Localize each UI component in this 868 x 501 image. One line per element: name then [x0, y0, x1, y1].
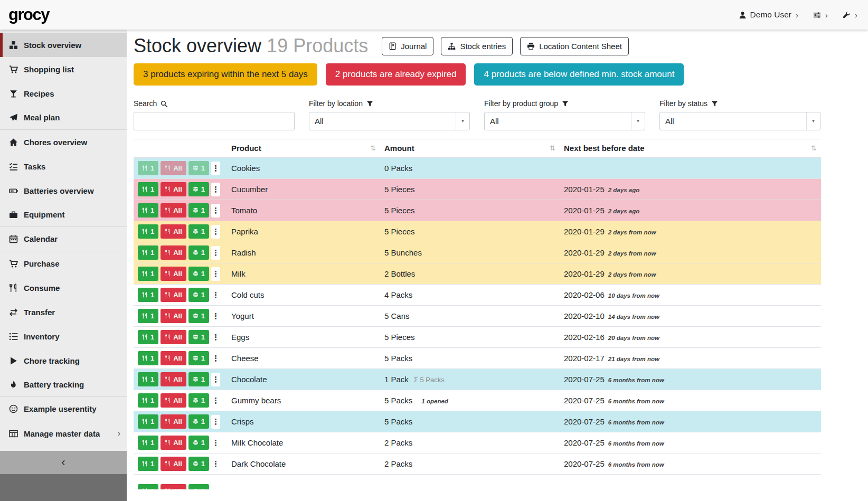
sidebar-item-equipment[interactable]: Equipment	[0, 203, 127, 227]
consume-one-button[interactable]: 1	[138, 436, 158, 450]
consume-all-button[interactable]: All	[161, 436, 186, 450]
product-group-filter-select[interactable]: All▼	[484, 112, 645, 130]
journal-button[interactable]: Journal	[382, 37, 433, 55]
consume-one-button[interactable]: 1	[138, 393, 158, 408]
consume-one-button[interactable]: 1	[138, 457, 158, 471]
row-menu-button[interactable]: ⋮	[211, 183, 220, 196]
row-menu-button[interactable]: ⋮	[211, 436, 220, 450]
sort-icon[interactable]: ⇅	[370, 144, 376, 152]
row-menu-button[interactable]: ⋮	[211, 288, 220, 302]
consume-all-button[interactable]: All	[161, 309, 186, 323]
consume-one-button[interactable]: 1	[138, 309, 158, 323]
column-header-amount[interactable]: Amount⇅	[380, 139, 560, 158]
open-one-button[interactable]: 1	[188, 372, 209, 386]
consume-all-button[interactable]: All	[161, 457, 186, 471]
consume-all-button[interactable]: All	[161, 393, 186, 408]
consume-one-button[interactable]: 1	[138, 161, 158, 175]
sidebar-item-calendar[interactable]: Calendar	[0, 227, 127, 251]
status-filter-select[interactable]: All▼	[659, 112, 820, 130]
sidebar-item-shopping-list[interactable]: Shopping list	[0, 57, 127, 81]
open-one-button[interactable]: 1	[188, 330, 209, 344]
sidebar-item-batteries-overview[interactable]: Batteries overview	[0, 178, 127, 203]
user-menu[interactable]: Demo User ›	[739, 10, 798, 20]
sidebar-item-consume[interactable]: Consume	[0, 276, 127, 300]
sidebar-item-battery-tracking[interactable]: Battery tracking	[0, 373, 127, 397]
consume-one-button[interactable]: 1	[138, 245, 158, 260]
sidebar-item-tasks[interactable]: Tasks	[0, 154, 127, 178]
consume-all-button[interactable]: All	[161, 161, 186, 175]
consume-one-button[interactable]: 1	[138, 414, 158, 429]
consume-all-button[interactable]: All	[161, 484, 186, 489]
warning-banner[interactable]: 3 products expiring within the next 5 da…	[134, 63, 317, 86]
consume-one-button[interactable]: 1	[138, 288, 158, 302]
open-one-button[interactable]: 1	[188, 288, 209, 302]
open-one-button[interactable]: 1	[188, 351, 209, 365]
consume-all-button[interactable]: All	[161, 288, 186, 302]
consume-one-button[interactable]: 1	[138, 267, 158, 281]
open-one-button[interactable]: 1	[188, 393, 209, 408]
sidebar-item-example-userentity[interactable]: Example userentity	[0, 397, 127, 421]
open-one-button[interactable]: 1	[188, 267, 209, 281]
sidebar-item-chore-tracking[interactable]: Chore tracking	[0, 348, 127, 373]
sidebar-item-inventory[interactable]: Inventory	[0, 324, 127, 348]
consume-one-button[interactable]: 1	[138, 203, 158, 218]
column-header-product[interactable]: Product⇅	[227, 139, 380, 158]
row-menu-button[interactable]: ⋮	[211, 330, 220, 344]
location-content-sheet-button[interactable]: Location Content Sheet	[520, 37, 629, 55]
consume-all-button[interactable]: All	[161, 267, 186, 281]
info-banner[interactable]: 4 products are below defined min. stock …	[474, 63, 684, 86]
consume-one-button[interactable]: 1	[138, 351, 158, 365]
sidebar-item-transfer[interactable]: Transfer	[0, 300, 127, 324]
row-menu-button[interactable]: ⋮	[211, 267, 220, 281]
row-menu-button[interactable]: ⋮	[211, 225, 220, 239]
row-menu-button[interactable]: ⋮	[211, 457, 220, 471]
sidebar-collapse-button[interactable]: ‹	[0, 451, 127, 474]
consume-all-button[interactable]: All	[161, 414, 186, 429]
consume-all-button[interactable]: All	[161, 330, 186, 344]
consume-all-button[interactable]: All	[161, 245, 186, 260]
sort-icon[interactable]: ⇅	[811, 144, 817, 152]
column-header-date[interactable]: Next best before date⇅	[560, 139, 821, 158]
sort-icon[interactable]: ⇅	[550, 144, 555, 152]
row-menu-button[interactable]: ⋮	[211, 204, 220, 218]
row-menu-button[interactable]: ⋮	[211, 309, 220, 323]
consume-one-button[interactable]: 1	[138, 372, 158, 386]
danger-banner[interactable]: 2 products are already expired	[326, 63, 466, 86]
consume-all-button[interactable]: All	[161, 182, 186, 196]
app-logo[interactable]: grocy	[8, 5, 49, 24]
row-menu-button[interactable]: ⋮	[211, 162, 220, 175]
open-one-button[interactable]: 1	[188, 309, 209, 323]
sidebar-item-recipes[interactable]: Recipes	[0, 81, 127, 106]
admin-menu[interactable]: ›	[843, 11, 857, 20]
row-menu-button[interactable]: ⋮	[211, 415, 220, 429]
location-filter-select[interactable]: All▼	[309, 112, 470, 130]
open-one-button[interactable]: 1	[188, 203, 209, 218]
open-one-button[interactable]: 1	[188, 182, 209, 196]
row-menu-button[interactable]: ⋮	[211, 246, 220, 260]
consume-all-button[interactable]: All	[161, 203, 186, 218]
open-one-button[interactable]: 1	[188, 224, 209, 239]
sidebar-item-manage-master-data[interactable]: Manage master data›	[0, 421, 127, 446]
row-menu-button[interactable]: ⋮	[211, 394, 220, 408]
consume-all-button[interactable]: All	[161, 224, 186, 239]
stock-entries-button[interactable]: Stock entries	[441, 37, 513, 55]
search-input[interactable]	[134, 112, 295, 130]
sidebar-item-stock-overview[interactable]: Stock overview	[0, 33, 127, 57]
settings-menu[interactable]: ›	[813, 11, 828, 20]
consume-one-button[interactable]: 1	[138, 182, 158, 196]
consume-all-button[interactable]: All	[161, 372, 186, 386]
consume-one-button[interactable]: 1	[138, 484, 158, 489]
open-one-button[interactable]: 1	[188, 245, 209, 260]
row-menu-button[interactable]: ⋮	[211, 352, 220, 365]
consume-one-button[interactable]: 1	[138, 224, 158, 239]
open-one-button[interactable]: 1	[188, 457, 209, 471]
open-one-button[interactable]: 1	[188, 436, 209, 450]
consume-all-button[interactable]: All	[161, 351, 186, 365]
consume-one-button[interactable]: 1	[138, 330, 158, 344]
sidebar-item-meal-plan[interactable]: Meal plan	[0, 106, 127, 130]
sidebar-item-chores-overview[interactable]: Chores overview	[0, 130, 127, 154]
open-one-button[interactable]: 1	[188, 414, 209, 429]
row-menu-button[interactable]: ⋮	[211, 373, 220, 386]
open-one-button[interactable]: 1	[188, 161, 209, 175]
sidebar-item-purchase[interactable]: Purchase	[0, 251, 127, 276]
